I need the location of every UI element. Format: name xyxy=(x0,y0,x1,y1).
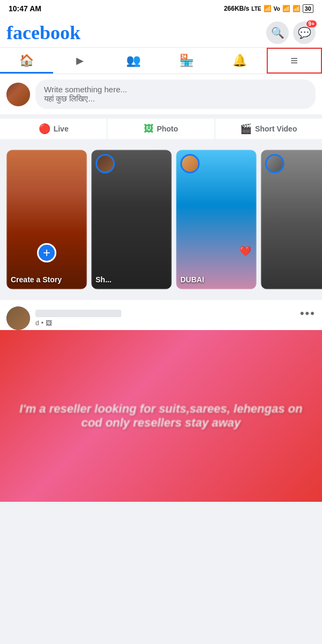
signal-icon: 📶 xyxy=(264,5,272,12)
battery-icon: 30 xyxy=(303,4,313,13)
tab-video[interactable]: ▶ xyxy=(53,48,106,74)
short-video-label: Short Video xyxy=(255,125,297,133)
menu-icon: ≡ xyxy=(290,54,298,67)
status-bar: 10:47 AM 266KB/s LTE 📶 Vo 📶 📶 30 xyxy=(0,0,322,17)
messenger-button[interactable]: 💬 9+ xyxy=(293,21,316,44)
friends-icon: 👥 xyxy=(126,54,141,68)
story-bg-1 xyxy=(6,150,87,289)
post-user-avatar xyxy=(6,306,30,330)
tab-menu[interactable]: ≡ xyxy=(267,48,322,74)
facebook-logo: facebook xyxy=(6,23,80,42)
create-story-card[interactable]: + Create a Story xyxy=(6,150,87,289)
story-3-avatar xyxy=(180,154,200,173)
post-audience-icon: 🖼 xyxy=(46,319,52,327)
search-button[interactable]: 🔍 xyxy=(266,21,289,44)
ad-text: I'm a reseller looking for suits,sarees,… xyxy=(0,391,322,441)
stories-section: + Create a Story Sh... ❤️ DUBAI xyxy=(0,143,322,296)
wifi-icon: 📶 xyxy=(292,5,301,12)
post-separator: • xyxy=(41,319,43,327)
story-card-4[interactable] xyxy=(261,150,322,289)
photo-label: Photo xyxy=(157,125,178,133)
post-user-details: d • 🖼 xyxy=(35,310,121,327)
photo-icon: 🖼 xyxy=(144,123,153,135)
post-placeholder: Write something here... यहां कुछ लिखिए..… xyxy=(44,85,307,104)
stories-scroll: + Create a Story Sh... ❤️ DUBAI xyxy=(0,148,322,291)
post-input[interactable]: Write something here... यहां कुछ लिखिए..… xyxy=(35,79,316,109)
tab-notifications[interactable]: 🔔 xyxy=(213,48,266,74)
post-meta: d • 🖼 xyxy=(35,319,121,327)
navigation-tabs: 🏠 ▶ 👥 🏪 🔔 ≡ xyxy=(0,48,322,74)
post-more-button[interactable]: ••• xyxy=(300,306,316,320)
tab-home[interactable]: 🏠 xyxy=(0,48,53,74)
tab-marketplace[interactable]: 🏪 xyxy=(160,48,213,74)
lte-icon: LTE xyxy=(252,6,261,12)
messenger-badge: 9+ xyxy=(306,20,317,27)
feed-post: d • 🖼 ••• I'm a reseller looking for sui… xyxy=(0,300,322,502)
story-2-avatar xyxy=(96,154,115,173)
short-video-icon: 🎬 xyxy=(240,123,252,135)
story-3-label: DUBAI xyxy=(180,275,252,284)
create-story-label: Create a Story xyxy=(11,275,83,284)
messenger-icon: 💬 xyxy=(298,26,311,39)
story-4-avatar xyxy=(265,154,284,173)
vo-icon: Vo xyxy=(274,6,280,12)
tab-friends[interactable]: 👥 xyxy=(107,48,160,74)
story-2-label: Sh... xyxy=(96,275,167,284)
photo-button[interactable]: 🖼 Photo xyxy=(107,119,215,139)
home-icon: 🏠 xyxy=(19,54,34,68)
action-bar: 🔴 Live 🖼 Photo 🎬 Short Video xyxy=(0,119,322,143)
user-avatar xyxy=(6,83,30,106)
story-card-3[interactable]: ❤️ DUBAI xyxy=(176,150,257,289)
header-actions: 🔍 💬 9+ xyxy=(266,21,316,44)
short-video-button[interactable]: 🎬 Short Video xyxy=(215,119,322,139)
status-time: 10:47 AM xyxy=(9,4,41,13)
story-heart-icon: ❤️ xyxy=(239,245,251,257)
live-icon: 🔴 xyxy=(39,123,50,135)
marketplace-icon: 🏪 xyxy=(179,54,194,68)
story-card-2[interactable]: Sh... xyxy=(91,150,172,289)
add-story-icon: + xyxy=(37,243,56,262)
post-time: d xyxy=(35,319,39,327)
status-icons: 266KB/s LTE 📶 Vo 📶 📶 30 xyxy=(224,4,313,13)
post-header: d • 🖼 ••• xyxy=(0,300,322,330)
search-icon: 🔍 xyxy=(271,26,284,39)
bell-icon: 🔔 xyxy=(232,54,247,68)
live-label: Live xyxy=(54,125,69,133)
network-speed: 266KB/s xyxy=(224,5,249,12)
post-user-info: d • 🖼 xyxy=(6,306,121,330)
app-header: facebook 🔍 💬 9+ xyxy=(0,17,322,48)
signal2-icon: 📶 xyxy=(282,5,290,12)
ad-post-image: I'm a reseller looking for suits,sarees,… xyxy=(0,330,322,502)
live-button[interactable]: 🔴 Live xyxy=(0,119,107,139)
post-username xyxy=(35,310,121,317)
video-icon: ▶ xyxy=(76,55,84,67)
post-composer: Write something here... यहां कुछ लिखिए..… xyxy=(0,74,322,119)
